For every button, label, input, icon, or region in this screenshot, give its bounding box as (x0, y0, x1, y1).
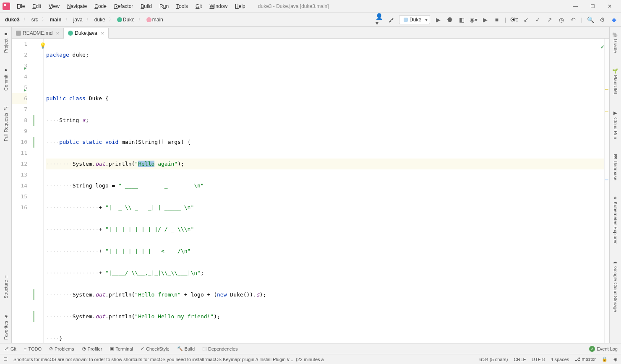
inspection-ok-icon[interactable]: ✔ (601, 41, 604, 52)
chevron-right-icon: 〉 (42, 16, 47, 23)
git-label: Git: (510, 17, 518, 23)
maximize-icon[interactable]: ☐ (588, 3, 598, 10)
menu-edit[interactable]: Edit (29, 2, 44, 11)
status-branch[interactable]: ⎇ master (575, 356, 596, 362)
menu-window[interactable]: Window (206, 2, 231, 11)
crumb-method[interactable]: main (145, 16, 165, 23)
menu-view[interactable]: View (45, 2, 63, 11)
right-tab-kubernetes[interactable]: ⎈ Kubernetes Explorer (612, 192, 619, 247)
minimize-icon[interactable]: — (570, 3, 580, 10)
editor-area: README.md✕ Duke.java✕ 1 2 3▶ 4 5▶ 6 7 8 … (12, 27, 609, 343)
stop-icon[interactable]: ■ (493, 16, 501, 23)
status-notification-icon[interactable]: ☐ (3, 356, 8, 362)
crumb-duke[interactable]: duke (93, 16, 107, 23)
chevron-right-icon: 〉 (23, 16, 28, 23)
chevron-right-icon: 〉 (109, 16, 114, 23)
rollback-icon[interactable]: ↶ (569, 16, 577, 23)
right-tool-strip: 🐘 Gradle 🌱 PlantUML ▶ Cloud Run 🗄 Databa… (609, 27, 621, 343)
right-tab-database[interactable]: 🗄 Database (612, 151, 619, 184)
add-user-icon[interactable]: 👤▾ (376, 16, 383, 23)
breadcrumb: duke3 〉 src 〉 main 〉 java 〉 duke 〉 Duke … (3, 16, 165, 23)
main-area: Project ■ Commit ● Pull Requests ⎇ Struc… (0, 27, 621, 343)
commit-icon[interactable]: ✓ (534, 16, 542, 23)
menu-git[interactable]: Git (192, 2, 205, 11)
left-tab-project[interactable]: Project ■ (3, 29, 9, 56)
window-controls: — ☐ ✕ (570, 3, 618, 10)
editor-tabs: README.md✕ Duke.java✕ (12, 27, 609, 39)
left-tab-favorites[interactable]: Favorites ★ (2, 310, 9, 343)
close-icon[interactable]: ✕ (605, 3, 614, 10)
event-log[interactable]: 3 Event Log (589, 346, 618, 352)
bottom-todo[interactable]: ≡ TODO (24, 346, 42, 351)
right-tab-plantuml[interactable]: 🌱 PlantUML (612, 65, 619, 99)
crumb-src[interactable]: src (30, 16, 40, 23)
attach-icon[interactable]: ▶ (481, 16, 489, 23)
close-tab-icon[interactable]: ✕ (56, 31, 59, 36)
status-bar: ☐ Shortcuts for macOS are not shown: In … (0, 354, 621, 364)
gutter: 1 2 3▶ 4 5▶ 6 7 8 9 10 11 12 13 14 15 16 (12, 39, 35, 343)
search-icon[interactable]: 🔍 (587, 16, 594, 23)
bottom-problems[interactable]: ⊘ Problems (49, 346, 74, 351)
update-project-icon[interactable]: ↙ (522, 16, 530, 23)
status-line-sep[interactable]: CRLF (514, 357, 526, 362)
menu-tools[interactable]: Tools (173, 2, 191, 11)
bottom-checkstyle[interactable]: ✓ CheckStyle (141, 346, 170, 351)
menu-build[interactable]: Build (137, 2, 155, 11)
status-indent[interactable]: 4 spaces (551, 357, 569, 362)
ide-logo-icon (3, 3, 10, 10)
ide-fullscreen-icon[interactable]: ◆ (610, 16, 618, 23)
close-tab-icon[interactable]: ✕ (101, 31, 104, 36)
left-tab-commit[interactable]: Commit ● (3, 65, 9, 94)
menu-run[interactable]: Run (156, 2, 172, 11)
markdown-file-icon (16, 31, 21, 36)
status-message[interactable]: Shortcuts for macOS are not shown: In or… (13, 357, 324, 362)
profile-icon[interactable]: ◉▾ (470, 16, 477, 23)
menu-refactor[interactable]: Refactor (111, 2, 136, 11)
push-icon[interactable]: ↗ (546, 16, 553, 23)
debug-icon[interactable] (446, 16, 454, 23)
tab-duke-java[interactable]: Duke.java✕ (64, 28, 108, 39)
left-tab-pull-requests[interactable]: Pull Requests ⎇ (2, 102, 9, 145)
build-hammer-icon[interactable] (387, 16, 395, 23)
class-icon (117, 17, 122, 22)
left-tab-structure[interactable]: Structure ≡ (3, 272, 9, 302)
window-title: duke3 - Duke.java [duke3.main] (258, 3, 329, 9)
status-caret-pos[interactable]: 6:34 (5 chars) (480, 357, 508, 362)
code-editor[interactable]: 1 2 3▶ 4 5▶ 6 7 8 9 10 11 12 13 14 15 16… (12, 39, 609, 343)
crumb-java[interactable]: java (72, 16, 84, 23)
right-tab-gcs[interactable]: ☁ Google Cloud Storage (612, 256, 619, 315)
bottom-git[interactable]: ⎇ Git (3, 346, 16, 351)
app-icon (404, 18, 408, 22)
status-memory-icon[interactable]: ◉ (613, 356, 618, 362)
tab-readme[interactable]: README.md✕ (12, 28, 64, 38)
bottom-dependencies[interactable]: ⬚ Dependencies (202, 346, 237, 351)
toolbar: 👤▾ Duke ▶ ◧ ◉▾ ▶ ■ | Git: ↙ ✓ ↗ ◷ ↶ | 🔍 … (376, 15, 618, 24)
crumb-class[interactable]: Duke (115, 16, 136, 23)
coverage-icon[interactable]: ◧ (458, 16, 465, 23)
settings-icon[interactable]: ⚙ (598, 16, 606, 23)
code-content[interactable]: package duke; public class Duke { ····St… (44, 39, 609, 343)
menu-file[interactable]: File (13, 2, 28, 11)
crumb-main[interactable]: main (48, 16, 63, 23)
error-stripe[interactable] (604, 39, 609, 343)
bottom-profiler[interactable]: ◔ Profiler (82, 346, 102, 351)
fold-column (35, 39, 44, 343)
status-encoding[interactable]: UTF-8 (532, 357, 545, 362)
bottom-tool-bar: ⎇ Git ≡ TODO ⊘ Problems ◔ Profiler ▣ Ter… (0, 343, 621, 354)
run-icon[interactable]: ▶ (434, 16, 442, 23)
menu-code[interactable]: Code (91, 2, 110, 11)
menu-help[interactable]: Help (232, 2, 249, 11)
crumb-project[interactable]: duke3 (3, 16, 21, 23)
right-tab-cloud-run[interactable]: ▶ Cloud Run (612, 107, 619, 143)
bottom-terminal[interactable]: ▣ Terminal (110, 346, 133, 351)
menubar: File Edit View Navigate Code Refactor Bu… (0, 0, 621, 13)
bottom-build[interactable]: 🔨 Build (177, 346, 195, 351)
right-tab-gradle[interactable]: 🐘 Gradle (612, 29, 619, 56)
method-icon (146, 17, 151, 22)
menu-navigate[interactable]: Navigate (64, 2, 90, 11)
history-icon[interactable]: ◷ (558, 16, 565, 23)
navigation-bar: duke3 〉 src 〉 main 〉 java 〉 duke 〉 Duke … (0, 13, 621, 27)
status-lock-icon[interactable]: 🔒 (602, 356, 608, 362)
run-config-select[interactable]: Duke (399, 15, 430, 24)
intention-bulb-icon[interactable]: 💡 (39, 40, 46, 51)
